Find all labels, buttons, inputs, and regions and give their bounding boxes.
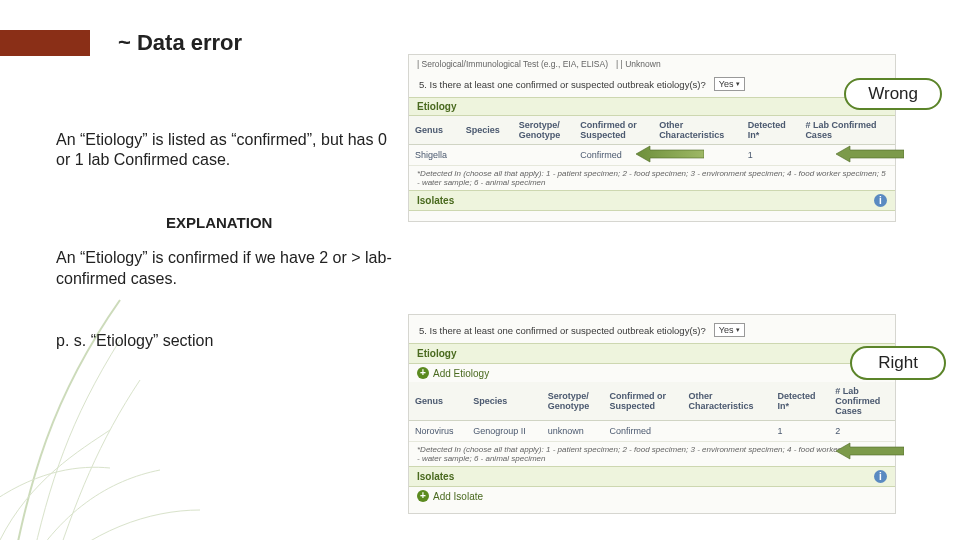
cell-other: [653, 145, 742, 166]
wrong-badge: Wrong: [844, 78, 942, 110]
etiology-section-label: Etiology: [417, 101, 456, 112]
col-genus: Genus: [409, 116, 460, 145]
question-5-text: 5. Is there at least one confirmed or su…: [419, 325, 706, 336]
cell-confsusp: Confirmed: [574, 145, 653, 166]
etiology-table-right: Genus Species Serotype/ Genotype Confirm…: [409, 382, 895, 442]
cell-detected: 1: [742, 145, 800, 166]
etiology-section-bar: Etiology i: [409, 343, 895, 364]
table-row: Norovirus Genogroup II unknown Confirmed…: [409, 421, 895, 442]
table-row: Shigella Confirmed 1: [409, 145, 895, 166]
col-serotype: Serotype/ Genotype: [542, 382, 604, 421]
isolates-section-label: Isolates: [417, 195, 454, 206]
col-labcases: # Lab Confirmed Cases: [799, 116, 895, 145]
cell-labcases: [799, 145, 895, 166]
etiology-select[interactable]: Yes ▾: [714, 77, 746, 91]
col-labcases: # Lab Confirmed Cases: [829, 382, 895, 421]
etiology-section-label: Etiology: [417, 348, 456, 359]
col-detected: Detected In*: [742, 116, 800, 145]
cell-serotype: unknown: [542, 421, 604, 442]
col-other: Other Characteristics: [653, 116, 742, 145]
isolates-section-bar: Isolates i: [409, 190, 895, 211]
add-isolate-link[interactable]: + Add Isolate: [409, 487, 895, 505]
info-icon[interactable]: i: [874, 194, 887, 207]
cell-genus: Shigella: [409, 145, 460, 166]
cell-species: Genogroup II: [467, 421, 541, 442]
isolates-section-label: Isolates: [417, 471, 454, 482]
add-etiology-link[interactable]: + Add Etiology: [409, 364, 895, 382]
question-5-text: 5. Is there at least one confirmed or su…: [419, 79, 706, 90]
explanatory-text: An “Etiology” is listed as “confirmed”, …: [56, 130, 396, 352]
detected-in-footnote: *Detected In (choose all that apply): 1 …: [409, 442, 895, 466]
cell-species: [460, 145, 513, 166]
title-accent: [0, 30, 90, 56]
detected-in-footnote: *Detected In (choose all that apply): 1 …: [409, 166, 895, 190]
checkbox-label-serological: | Serological/Immunological Test (e.g., …: [417, 59, 608, 69]
cell-serotype: [513, 145, 575, 166]
ps-note: p. s. “Etiology” section: [56, 331, 396, 351]
select-value: Yes: [719, 325, 734, 335]
chevron-down-icon: ▾: [736, 80, 740, 88]
col-confsusp: Confirmed or Suspected: [604, 382, 683, 421]
right-badge: Right: [850, 346, 946, 380]
explanation-heading: EXPLANATION: [166, 213, 396, 232]
col-confsusp: Confirmed or Suspected: [574, 116, 653, 145]
etiology-select[interactable]: Yes ▾: [714, 323, 746, 337]
etiology-table-wrong: Genus Species Serotype/ Genotype Confirm…: [409, 116, 895, 166]
explanation-text: An “Etiology” is confirmed if we have 2 …: [56, 248, 396, 289]
col-other: Other Characteristics: [683, 382, 772, 421]
slide-header: ~ Data error: [0, 0, 960, 56]
add-etiology-label: Add Etiology: [433, 368, 489, 379]
plus-icon: +: [417, 490, 429, 502]
cell-detected: 1: [771, 421, 829, 442]
col-species: Species: [460, 116, 513, 145]
col-serotype: Serotype/ Genotype: [513, 116, 575, 145]
info-icon[interactable]: i: [874, 470, 887, 483]
chevron-down-icon: ▾: [736, 326, 740, 334]
plus-icon: +: [417, 367, 429, 379]
col-genus: Genus: [409, 382, 467, 421]
etiology-section-bar: Etiology: [409, 97, 895, 116]
wrong-screenshot: | Serological/Immunological Test (e.g., …: [408, 54, 896, 222]
slide-title: ~ Data error: [118, 30, 242, 56]
error-description: An “Etiology” is listed as “confirmed”, …: [56, 130, 396, 171]
col-species: Species: [467, 382, 541, 421]
checkbox-label-unknown: | | Unknown: [616, 59, 661, 69]
col-detected: Detected In*: [771, 382, 829, 421]
isolates-section-bar: Isolates i: [409, 466, 895, 487]
cell-other: [683, 421, 772, 442]
cell-genus: Norovirus: [409, 421, 467, 442]
cell-confsusp: Confirmed: [604, 421, 683, 442]
right-screenshot: 5. Is there at least one confirmed or su…: [408, 314, 896, 514]
cell-labcases: 2: [829, 421, 895, 442]
add-isolate-label: Add Isolate: [433, 491, 483, 502]
select-value: Yes: [719, 79, 734, 89]
